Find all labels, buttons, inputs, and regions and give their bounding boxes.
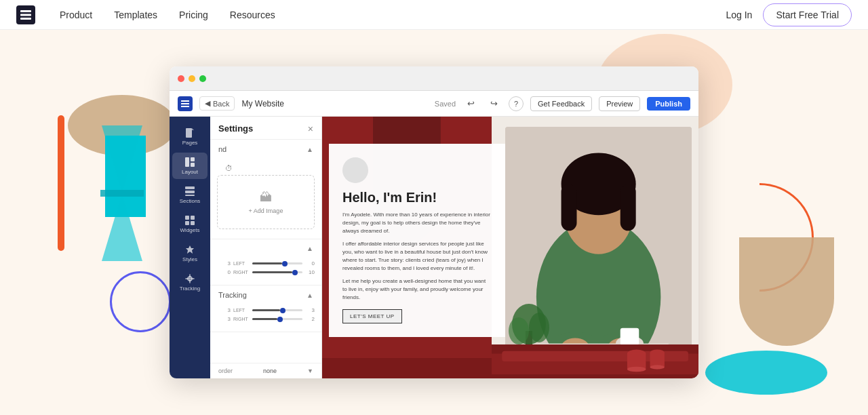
slider-2-left-val: 0 — [217, 269, 231, 275]
settings-order-value: none — [263, 368, 277, 374]
slider-3-track[interactable] — [252, 309, 302, 311]
profile-circle — [342, 157, 368, 183]
settings-sliders-section-2-title: Tracking — [218, 291, 247, 299]
sidebar-item-tracking[interactable]: Tracking — [172, 269, 208, 296]
editor-publish-button[interactable]: Publish — [647, 97, 690, 111]
slider-3-left-val: 3 — [217, 307, 231, 313]
clock-icon: ⏱ — [225, 164, 233, 172]
svg-rect-13 — [185, 191, 195, 193]
settings-image-section-arrow: ▲ — [307, 146, 313, 153]
slider-row-3: 3 LEFT 3 — [217, 307, 315, 313]
svg-rect-14 — [185, 195, 195, 196]
svg-rect-43 — [650, 353, 664, 367]
editor-preview-button[interactable]: Preview — [599, 96, 640, 111]
slider-4-thumb[interactable] — [277, 317, 283, 322]
settings-sliders-section-2: Tracking ▲ 3 LEFT 3 — [210, 285, 321, 332]
svg-rect-3 — [20, 18, 31, 20]
editor-back-button[interactable]: ◀ Back — [199, 96, 235, 111]
slider-3-fill — [252, 309, 280, 311]
svg-rect-6 — [181, 106, 189, 107]
slider-2-dir: RIGHT — [233, 270, 250, 275]
sidebar-item-sections[interactable]: Sections — [172, 182, 208, 208]
image-placeholder-icon: 🏔 — [260, 191, 272, 205]
settings-sliders-section-1-arrow: ▲ — [307, 245, 313, 252]
add-image-label: + Add Image — [249, 208, 283, 214]
nav-trial-button[interactable]: Start Free Trial — [763, 3, 852, 26]
settings-close-button[interactable]: × — [308, 124, 313, 134]
sidebar-layout-label: Layout — [182, 169, 198, 175]
slider-1-left-val: 3 — [217, 260, 231, 266]
svg-rect-15 — [185, 216, 189, 220]
canvas-content: Hello, I'm Erin! I'm Ayodele. With more … — [322, 117, 698, 378]
slider-4-track[interactable] — [252, 318, 302, 320]
canvas-left-section: Hello, I'm Erin! I'm Ayodele. With more … — [322, 117, 492, 378]
sidebar-pages-label: Pages — [182, 140, 198, 146]
sidebar-item-widgets[interactable]: Widgets — [172, 211, 208, 237]
slider-1-thumb[interactable] — [282, 261, 288, 266]
svg-rect-17 — [185, 221, 189, 225]
slider-row-2: 0 RIGHT 10 — [217, 269, 315, 275]
editor-undo-button[interactable]: ↩ — [462, 96, 479, 112]
browser-dot-yellow[interactable] — [189, 75, 195, 82]
content-heading: Hello, I'm Erin! — [342, 190, 492, 205]
svg-rect-4 — [181, 100, 189, 102]
settings-panel: Settings × nd ▲ ⏱ 🏔 + A — [210, 117, 322, 378]
settings-sliders-section-2-header[interactable]: Tracking ▲ — [210, 285, 321, 303]
nav-right: Log In Start Free Trial — [726, 3, 852, 26]
browser-dot-red[interactable] — [178, 75, 184, 82]
nav-login-button[interactable]: Log In — [726, 9, 752, 20]
slider-1-right-val: 0 — [305, 260, 315, 266]
sidebar-styles-label: Styles — [182, 256, 197, 262]
nav-product-link[interactable]: Product — [52, 5, 100, 24]
svg-rect-9 — [185, 157, 189, 167]
settings-title: Settings — [218, 123, 253, 134]
settings-panel-header: Settings × — [210, 117, 321, 140]
editor-site-name: My Website — [241, 99, 283, 108]
editor-redo-button[interactable]: ↪ — [486, 96, 502, 112]
add-image-area[interactable]: 🏔 + Add Image — [217, 175, 315, 229]
nav-resources-link[interactable]: Resources — [222, 5, 283, 24]
editor-help-button[interactable]: ? — [509, 96, 524, 111]
content-paragraph-3: Let me help you create a well-designed h… — [342, 277, 492, 302]
nav-pricing-link[interactable]: Pricing — [171, 5, 216, 24]
slider-3-thumb[interactable] — [280, 308, 285, 313]
settings-image-section: nd ▲ ⏱ 🏔 + Add Image — [210, 140, 321, 239]
editor-body: Pages Layout Sections — [170, 117, 698, 378]
settings-sliders-section-2-arrow: ▲ — [307, 292, 313, 299]
back-label: Back — [213, 100, 229, 108]
settings-image-content: ⏱ 🏔 + Add Image — [210, 157, 321, 239]
sidebar-sections-label: Sections — [180, 198, 201, 204]
slider-3-dir: LEFT — [233, 308, 250, 313]
nav-logo[interactable] — [16, 5, 35, 24]
slider-row-1: 3 LEFT 0 — [217, 260, 315, 266]
svg-point-35 — [509, 317, 529, 344]
sidebar-item-pages[interactable]: Pages — [172, 123, 208, 150]
browser-mockup: ◀ Back My Website Saved ↩ ↪ ? Get Feedba… — [170, 66, 698, 378]
clock-row: ⏱ — [217, 161, 315, 175]
content-cta-button[interactable]: LET'S MEET UP — [342, 309, 402, 323]
sidebar-item-styles[interactable]: Styles — [172, 240, 208, 266]
editor-feedback-button[interactable]: Get Feedback — [530, 96, 592, 111]
settings-order-row: order none ▼ — [210, 363, 321, 378]
svg-rect-18 — [191, 221, 195, 225]
photo-placeholder — [505, 127, 692, 358]
slider-4-left-val: 3 — [217, 316, 231, 322]
canvas-couch-area — [492, 344, 698, 378]
browser-chrome — [170, 66, 698, 91]
settings-sliders-section-1-header[interactable]: ▲ — [210, 239, 321, 256]
settings-image-section-header[interactable]: nd ▲ — [210, 140, 321, 157]
svg-rect-5 — [181, 103, 189, 104]
browser-dot-green[interactable] — [199, 75, 206, 82]
slider-2-thumb[interactable] — [292, 270, 298, 275]
svg-rect-12 — [185, 186, 195, 189]
editor-logo — [178, 96, 193, 111]
slider-1-track[interactable] — [252, 262, 302, 264]
svg-rect-16 — [191, 216, 195, 220]
nav-templates-link[interactable]: Templates — [106, 5, 165, 24]
slider-4-fill — [252, 318, 277, 320]
svg-rect-2 — [20, 14, 31, 16]
sidebar-item-layout[interactable]: Layout — [172, 153, 208, 179]
slider-2-track[interactable] — [252, 271, 302, 273]
sidebar-widgets-label: Widgets — [180, 227, 200, 233]
slider-3-right-val: 3 — [305, 307, 315, 313]
